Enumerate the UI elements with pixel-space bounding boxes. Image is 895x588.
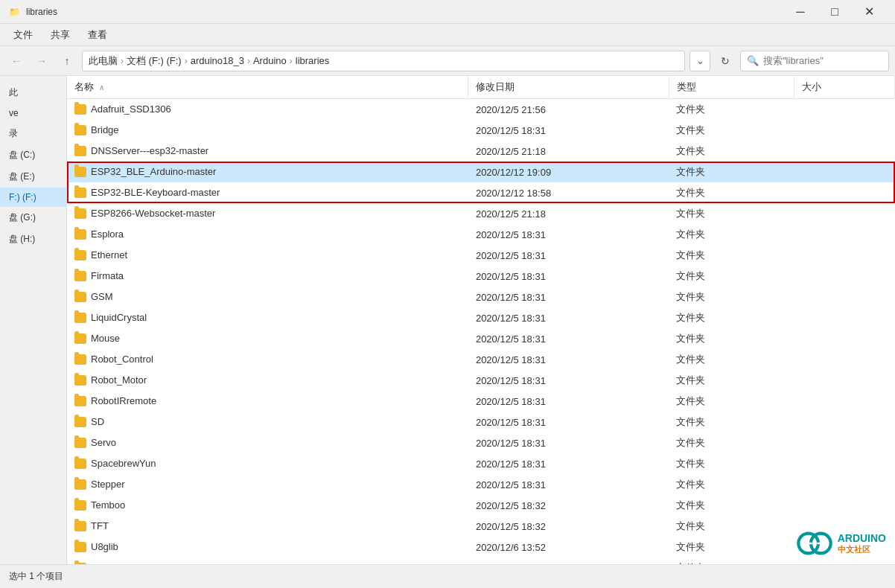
file-date: 2020/12/5 21:33	[468, 557, 669, 564]
file-type: 文件夹	[669, 557, 794, 564]
table-row[interactable]: U8glib2020/12/6 13:52文件夹	[67, 537, 895, 557]
sidebar-item-pc[interactable]: 此	[0, 82, 66, 103]
table-row[interactable]: Bridge2020/12/5 18:31文件夹	[67, 120, 895, 141]
sidebar-item-folder[interactable]: 录	[0, 123, 66, 144]
file-name: TFT	[91, 520, 109, 531]
table-row[interactable]: Robot_Motor2020/12/5 18:31文件夹	[67, 370, 895, 391]
maximize-button[interactable]: □	[818, 0, 852, 24]
file-name: Bridge	[91, 124, 119, 135]
table-row[interactable]: SD2020/12/5 18:31文件夹	[67, 412, 895, 432]
table-row[interactable]: Robot_Control2020/12/5 18:31文件夹	[67, 349, 895, 370]
arduino-logo-icon	[796, 525, 833, 562]
search-box[interactable]: 🔍	[740, 51, 889, 71]
menu-share[interactable]: 共享	[43, 25, 77, 45]
file-size	[794, 203, 895, 224]
file-name: Firmata	[91, 270, 124, 281]
folder-icon	[74, 104, 86, 115]
folder-icon	[74, 271, 86, 281]
file-name-cell: Firmata	[67, 266, 468, 287]
table-row[interactable]: Temboo2020/12/5 18:32文件夹	[67, 495, 895, 516]
folder-icon	[74, 125, 86, 135]
table-row[interactable]: LiquidCrystal2020/12/5 18:31文件夹	[67, 307, 895, 328]
file-type: 文件夹	[669, 370, 794, 391]
table-row[interactable]: Stepper2020/12/5 18:31文件夹	[67, 474, 895, 495]
file-name-cell: Stepper	[67, 474, 468, 495]
file-size	[794, 412, 895, 432]
file-type: 文件夹	[669, 224, 794, 245]
path-pc: 此电脑	[89, 54, 118, 68]
folder-icon	[74, 417, 86, 427]
folder-icon	[74, 354, 86, 365]
table-row[interactable]: ESP8266-Websocket-master2020/12/5 21:18文…	[67, 203, 895, 224]
table-row[interactable]: Ethernet2020/12/5 18:31文件夹	[67, 245, 895, 266]
sidebar-item-c[interactable]: 盘 (C:)	[0, 144, 66, 166]
table-row[interactable]: GSM2020/12/5 18:31文件夹	[67, 287, 895, 307]
table-row[interactable]: TFT2020/12/5 18:32文件夹	[67, 516, 895, 537]
file-name-cell: Adafruit_SSD1306	[67, 99, 468, 121]
col-date[interactable]: 修改日期	[468, 76, 669, 99]
file-name-cell: LiquidCrystal	[67, 307, 468, 328]
refresh-button[interactable]: ↻	[715, 51, 736, 71]
file-type: 文件夹	[669, 287, 794, 307]
file-name-cell: SpacebrewYun	[67, 453, 468, 474]
table-row[interactable]: Adafruit_SSD13062020/12/5 21:56文件夹	[67, 99, 895, 121]
forward-button[interactable]: →	[31, 51, 52, 71]
col-name[interactable]: 名称 ∧	[67, 76, 468, 99]
address-path[interactable]: 此电脑 › 文档 (F:) (F:) › arduino18_3 › Ardui…	[82, 51, 685, 71]
file-type: 文件夹	[669, 412, 794, 432]
folder-icon	[74, 500, 86, 511]
file-name-cell: DNSServer---esp32-master	[67, 141, 468, 162]
file-date: 2020/12/5 18:31	[468, 349, 669, 370]
file-date: 2020/12/5 18:31	[468, 120, 669, 141]
menu-view[interactable]: 查看	[80, 25, 115, 45]
file-size	[794, 370, 895, 391]
file-size	[794, 349, 895, 370]
col-size[interactable]: 大小	[794, 76, 895, 99]
file-name: Robot_Motor	[91, 374, 147, 386]
table-row[interactable]: DNSServer---esp32-master2020/12/5 21:18文…	[67, 141, 895, 162]
col-name-label: 名称	[74, 81, 94, 92]
file-name-cell: Servo	[67, 432, 468, 453]
table-row[interactable]: WebServer-esp32-master2020/12/5 21:33文件夹	[67, 557, 895, 564]
file-name-cell: ESP8266-Websocket-master	[67, 203, 468, 224]
file-size	[794, 391, 895, 412]
table-row[interactable]: SpacebrewYun2020/12/5 18:31文件夹	[67, 453, 895, 474]
path-sep-3: ›	[247, 56, 250, 66]
table-row[interactable]: RobotIRremote2020/12/5 18:31文件夹	[67, 391, 895, 412]
search-input[interactable]	[763, 55, 882, 66]
file-name: U8glib	[91, 541, 118, 552]
window-icon: 📁	[9, 7, 20, 17]
file-date: 2020/12/6 13:52	[468, 537, 669, 557]
file-name: RobotIRremote	[91, 395, 156, 406]
file-name: GSM	[91, 291, 113, 302]
up-button[interactable]: ↑	[57, 51, 77, 71]
sidebar-item-f[interactable]: F:) (F:)	[0, 188, 66, 207]
sidebar-item-ve[interactable]: ve	[0, 103, 66, 123]
file-name: ESP8266-Websocket-master	[91, 208, 215, 219]
back-button[interactable]: ←	[6, 51, 27, 71]
sidebar-item-g[interactable]: 盘 (G:)	[0, 207, 66, 229]
file-name: Temboo	[91, 499, 125, 511]
file-type: 文件夹	[669, 245, 794, 266]
col-type[interactable]: 类型	[669, 76, 794, 99]
menu-file[interactable]: 文件	[6, 25, 40, 45]
sidebar-item-e[interactable]: 盘 (E:)	[0, 166, 66, 188]
sidebar-item-h[interactable]: 盘 (H:)	[0, 229, 66, 250]
table-row[interactable]: Firmata2020/12/5 18:31文件夹	[67, 266, 895, 287]
address-bar: ← → ↑ 此电脑 › 文档 (F:) (F:) › arduino18_3 ›…	[0, 46, 895, 76]
table-row[interactable]: ESP32-BLE-Keyboard-master2020/12/12 18:5…	[67, 182, 895, 203]
file-date: 2020/12/5 18:31	[468, 453, 669, 474]
table-row[interactable]: Mouse2020/12/5 18:31文件夹	[67, 328, 895, 349]
file-size	[794, 432, 895, 453]
table-row[interactable]: ESP32_BLE_Arduino-master2020/12/12 19:09…	[67, 162, 895, 182]
file-type: 文件夹	[669, 328, 794, 349]
file-name-cell: RobotIRremote	[67, 391, 468, 412]
path-chevron-button[interactable]: ⌄	[689, 51, 710, 71]
file-size	[794, 99, 895, 121]
table-row[interactable]: Servo2020/12/5 18:31文件夹	[67, 432, 895, 453]
minimize-button[interactable]: ─	[783, 0, 818, 24]
close-button[interactable]: ✕	[852, 0, 886, 24]
folder-icon	[74, 292, 86, 302]
table-row[interactable]: Esplora2020/12/5 18:31文件夹	[67, 224, 895, 245]
folder-icon	[74, 458, 86, 469]
